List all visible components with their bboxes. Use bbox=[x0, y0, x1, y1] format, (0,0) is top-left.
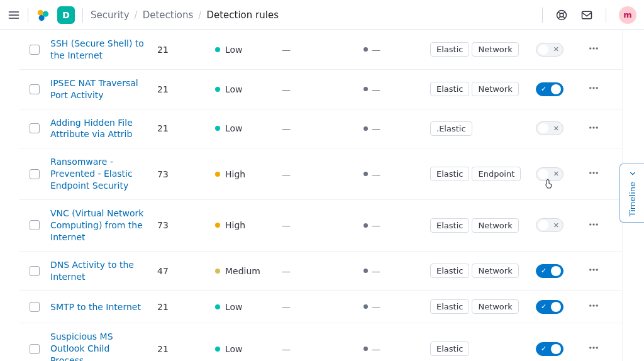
tag[interactable]: .Elastic bbox=[430, 121, 472, 136]
last-response: — bbox=[364, 302, 430, 312]
severity-cell: Low bbox=[215, 84, 282, 94]
tag[interactable]: Elastic bbox=[430, 42, 469, 57]
enable-rule-toggle[interactable]: ✕ bbox=[536, 121, 564, 135]
svg-point-4 bbox=[560, 13, 564, 17]
row-actions-button[interactable] bbox=[588, 122, 599, 135]
top-navigation: D Security / Detections / Detection rule… bbox=[0, 0, 644, 30]
toggle-knob bbox=[538, 220, 548, 230]
tag[interactable]: Network bbox=[472, 264, 518, 278]
boxes-horizontal-icon bbox=[588, 300, 599, 311]
severity-label: Low bbox=[225, 84, 243, 94]
space-initial: D bbox=[62, 10, 70, 20]
space-selector[interactable]: D bbox=[57, 6, 75, 24]
row-actions-button[interactable] bbox=[588, 219, 599, 232]
close-icon: ✕ bbox=[553, 221, 559, 230]
severity-cell: Low bbox=[215, 123, 282, 133]
svg-rect-11 bbox=[596, 87, 598, 89]
last-response: — bbox=[364, 123, 430, 133]
check-icon: ✓ bbox=[541, 267, 547, 275]
row-checkbox[interactable] bbox=[30, 169, 40, 179]
table-row: DNS Activity to the Internet47Medium——El… bbox=[19, 251, 622, 291]
severity-label: High bbox=[225, 169, 245, 179]
enable-rule-toggle[interactable]: ✓ bbox=[536, 300, 564, 314]
severity-dot-icon bbox=[215, 126, 220, 131]
row-checkbox[interactable] bbox=[30, 45, 40, 55]
tag[interactable]: Elastic bbox=[430, 167, 469, 181]
help-icon[interactable] bbox=[555, 9, 568, 21]
rule-name-link[interactable]: Ransomware - Prevented - Elastic Endpoin… bbox=[50, 157, 133, 191]
tag[interactable]: Network bbox=[472, 42, 518, 57]
row-actions-button[interactable] bbox=[588, 300, 599, 313]
toggle-knob bbox=[538, 169, 548, 179]
severity-dot-icon bbox=[215, 347, 220, 352]
tag[interactable]: Network bbox=[472, 82, 518, 96]
toggle-knob bbox=[551, 84, 561, 94]
tag[interactable]: Elastic bbox=[430, 218, 469, 233]
row-checkbox[interactable] bbox=[30, 84, 40, 94]
tag[interactable]: Network bbox=[472, 299, 518, 314]
rule-name-link[interactable]: Adding Hidden File Attribute via Attrib bbox=[50, 118, 133, 140]
svg-rect-14 bbox=[596, 126, 598, 128]
row-checkbox[interactable] bbox=[30, 266, 40, 276]
divider bbox=[28, 8, 28, 23]
svg-point-2 bbox=[39, 15, 45, 21]
close-icon: ✕ bbox=[553, 125, 559, 133]
table-row: VNC (Virtual Network Computing) from the… bbox=[19, 199, 622, 251]
row-checkbox[interactable] bbox=[30, 302, 40, 312]
last-response: — bbox=[364, 45, 430, 55]
severity-cell: Low bbox=[215, 302, 282, 312]
toggle-knob bbox=[551, 302, 561, 312]
rule-name-link[interactable]: IPSEC NAT Traversal Port Activity bbox=[50, 78, 138, 100]
risk-score: 21 bbox=[157, 344, 215, 354]
rule-name-link[interactable]: Suspicious MS Outlook Child Process bbox=[50, 331, 113, 361]
status-dot-icon bbox=[364, 223, 368, 228]
rule-name-link[interactable]: VNC (Virtual Network Computing) from the… bbox=[50, 208, 143, 242]
enable-rule-toggle[interactable]: ✓ bbox=[536, 342, 564, 356]
breadcrumb-item[interactable]: Detections bbox=[143, 9, 194, 21]
rule-name-link[interactable]: DNS Activity to the Internet bbox=[50, 260, 134, 282]
row-checkbox[interactable] bbox=[30, 123, 40, 133]
tag[interactable]: Elastic bbox=[430, 264, 469, 278]
rules-table: SSH (Secure Shell) to the Internet21Low—… bbox=[19, 30, 623, 361]
last-run: — bbox=[282, 123, 364, 133]
svg-rect-9 bbox=[589, 87, 591, 89]
enable-rule-toggle[interactable]: ✕ bbox=[536, 43, 564, 57]
risk-score: 21 bbox=[157, 45, 215, 55]
row-checkbox[interactable] bbox=[30, 344, 40, 354]
enable-rule-toggle[interactable]: ✕ bbox=[536, 218, 564, 232]
row-actions-button[interactable] bbox=[588, 264, 599, 277]
row-actions-button[interactable] bbox=[588, 82, 599, 96]
row-actions-button[interactable] bbox=[588, 167, 599, 181]
svg-point-3 bbox=[557, 10, 567, 19]
tag[interactable]: Elastic bbox=[430, 342, 469, 356]
last-response: — bbox=[364, 344, 430, 354]
rule-name-link[interactable]: SSH (Secure Shell) to the Internet bbox=[50, 38, 144, 60]
severity-cell: High bbox=[215, 220, 282, 230]
tag[interactable]: Endpoint bbox=[472, 167, 521, 181]
last-run: — bbox=[282, 266, 364, 276]
tag[interactable]: Network bbox=[472, 218, 518, 233]
elastic-logo-icon[interactable] bbox=[36, 8, 50, 22]
enable-rule-toggle[interactable]: ✓ bbox=[536, 264, 564, 278]
tags-cell: ElasticNetwork bbox=[430, 264, 525, 278]
rule-name-link[interactable]: SMTP to the Internet bbox=[50, 302, 141, 312]
avatar-initial: m bbox=[623, 10, 632, 19]
tag[interactable]: Elastic bbox=[430, 299, 469, 314]
row-actions-button[interactable] bbox=[588, 43, 599, 56]
timeline-flyout-tab[interactable]: Timeline bbox=[619, 164, 644, 223]
severity-dot-icon bbox=[215, 223, 220, 228]
tag[interactable]: Elastic bbox=[430, 82, 469, 96]
enable-rule-toggle[interactable]: ✓ bbox=[536, 82, 564, 96]
row-actions-button[interactable] bbox=[588, 342, 599, 355]
row-checkbox[interactable] bbox=[30, 220, 40, 230]
svg-rect-28 bbox=[593, 347, 595, 349]
last-response: — bbox=[364, 169, 430, 179]
status-dot-icon bbox=[364, 347, 368, 351]
status-dot-icon bbox=[364, 269, 368, 273]
newsfeed-icon[interactable] bbox=[580, 9, 593, 21]
breadcrumb-item[interactable]: Security bbox=[91, 9, 130, 21]
hamburger-menu-icon[interactable] bbox=[8, 9, 20, 21]
close-icon: ✕ bbox=[553, 45, 559, 53]
user-avatar[interactable]: m bbox=[619, 6, 636, 24]
boxes-horizontal-icon bbox=[588, 82, 599, 94]
